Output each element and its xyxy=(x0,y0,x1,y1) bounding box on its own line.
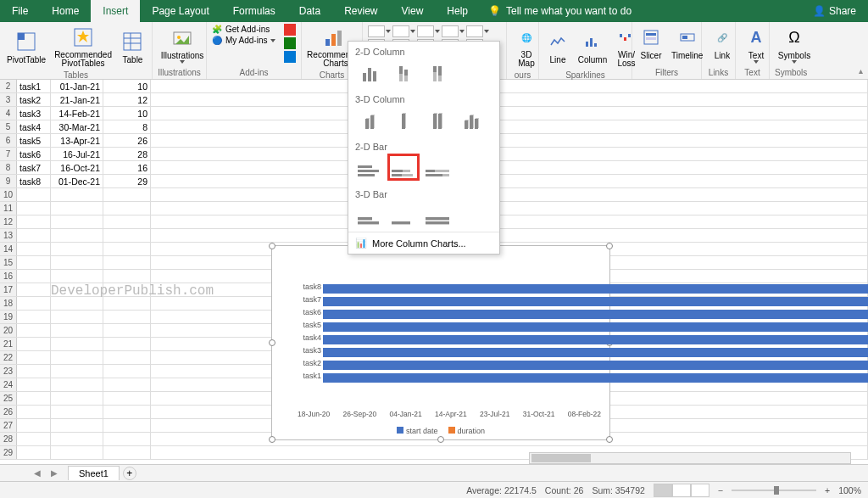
row-header[interactable]: 18 xyxy=(0,297,17,310)
cell[interactable] xyxy=(51,406,103,418)
cell[interactable] xyxy=(103,338,151,350)
sheet-nav-next[interactable]: ▶ xyxy=(51,468,58,478)
3d-stacked-column-thumb[interactable] xyxy=(389,108,418,131)
cell[interactable] xyxy=(17,433,51,445)
row-header[interactable]: 24 xyxy=(0,378,17,391)
tab-data[interactable]: Data xyxy=(287,0,332,22)
cell[interactable] xyxy=(103,446,151,459)
cell[interactable] xyxy=(17,338,51,350)
chart-bar-segment[interactable] xyxy=(323,284,868,294)
row-header[interactable]: 13 xyxy=(0,229,17,242)
sheet-tab[interactable]: Sheet1 xyxy=(68,466,120,480)
cell[interactable]: 14-Feb-21 xyxy=(51,107,103,120)
cell[interactable]: 01-Jan-21 xyxy=(51,80,103,92)
3d-100-stacked-column-thumb[interactable] xyxy=(423,108,452,131)
cell[interactable] xyxy=(17,270,51,283)
row-header[interactable]: 20 xyxy=(0,324,17,337)
tab-page-layout[interactable]: Page Layout xyxy=(140,0,220,22)
row-header[interactable]: 2 xyxy=(0,80,17,92)
link-button[interactable]: 🔗Link xyxy=(707,24,737,62)
cell[interactable] xyxy=(51,188,103,201)
cell[interactable] xyxy=(103,324,151,337)
chart-plot-area[interactable]: task8task7task6task5task4task3task2task1 xyxy=(298,280,601,406)
cell[interactable] xyxy=(51,324,103,337)
tab-insert[interactable]: Insert xyxy=(91,0,140,22)
cell[interactable]: 29 xyxy=(103,175,151,187)
row-header[interactable]: 14 xyxy=(0,243,17,255)
cell[interactable] xyxy=(151,107,868,120)
cell[interactable] xyxy=(103,202,151,215)
cell[interactable] xyxy=(151,120,868,133)
page-layout-view-button[interactable] xyxy=(672,484,691,497)
cell[interactable] xyxy=(151,188,868,201)
get-addins-button[interactable]: 🧩Get Add-ins xyxy=(212,24,281,35)
cell[interactable] xyxy=(51,215,103,228)
cell[interactable] xyxy=(103,229,151,242)
3d-clustered-bar-thumb[interactable] xyxy=(355,203,384,227)
row-header[interactable]: 17 xyxy=(0,283,17,296)
cell[interactable] xyxy=(103,270,151,283)
chart-bar-segment[interactable] xyxy=(323,373,868,383)
row-header[interactable]: 28 xyxy=(0,433,17,445)
resize-handle[interactable] xyxy=(269,243,275,249)
row-header[interactable]: 6 xyxy=(0,134,17,147)
embedded-chart[interactable]: task8task7task6task5task4task3task2task1… xyxy=(271,245,610,440)
statistic-chart-button[interactable] xyxy=(466,25,489,37)
cell[interactable] xyxy=(151,80,868,92)
visio-icon[interactable] xyxy=(284,51,296,63)
cell[interactable]: 8 xyxy=(103,120,151,133)
cell[interactable]: task2 xyxy=(17,93,51,106)
row-header[interactable]: 9 xyxy=(0,175,17,187)
cell[interactable] xyxy=(17,311,51,323)
cell[interactable] xyxy=(17,419,51,432)
cell[interactable]: task1 xyxy=(17,80,51,92)
cell[interactable]: task5 xyxy=(17,134,51,147)
cell[interactable] xyxy=(17,229,51,242)
3d-stacked-bar-thumb[interactable] xyxy=(389,203,418,227)
cell[interactable] xyxy=(51,338,103,350)
cell[interactable] xyxy=(51,283,103,296)
zoom-level[interactable]: 100% xyxy=(838,485,861,495)
cell[interactable]: task4 xyxy=(17,120,51,133)
hierarchy-chart-button[interactable] xyxy=(442,25,465,37)
cell[interactable] xyxy=(17,365,51,378)
cell[interactable] xyxy=(103,351,151,364)
cell[interactable]: 13-Apr-21 xyxy=(51,134,103,147)
cell[interactable] xyxy=(151,148,868,160)
slicer-button[interactable]: Slicer xyxy=(637,24,665,62)
row-header[interactable]: 4 xyxy=(0,107,17,120)
cell[interactable] xyxy=(51,365,103,378)
cell[interactable] xyxy=(51,243,103,255)
sheet-nav-prev[interactable]: ◀ xyxy=(34,468,41,478)
share-button[interactable]: 👤 Share xyxy=(801,0,868,22)
cell[interactable] xyxy=(103,419,151,432)
cell[interactable] xyxy=(51,311,103,323)
add-sheet-button[interactable]: + xyxy=(123,467,136,480)
row-header[interactable]: 8 xyxy=(0,161,17,174)
cell[interactable] xyxy=(17,446,51,459)
cell[interactable] xyxy=(103,406,151,418)
cell[interactable] xyxy=(51,270,103,283)
row-header[interactable]: 7 xyxy=(0,148,17,160)
cell[interactable] xyxy=(103,378,151,391)
cell[interactable] xyxy=(51,419,103,432)
100-stacked-column-thumb[interactable] xyxy=(423,60,452,84)
cell[interactable] xyxy=(17,215,51,228)
chart-bar-segment[interactable] xyxy=(323,322,868,332)
illustrations-button[interactable]: Illustrations xyxy=(158,24,207,65)
tab-review[interactable]: Review xyxy=(332,0,389,22)
resize-handle[interactable] xyxy=(269,436,275,443)
stacked-bar-thumb[interactable] xyxy=(389,155,418,179)
cell[interactable] xyxy=(103,243,151,255)
cell[interactable] xyxy=(17,243,51,255)
cell[interactable] xyxy=(51,351,103,364)
resize-handle[interactable] xyxy=(606,243,613,249)
3d-100-stacked-bar-thumb[interactable] xyxy=(423,203,452,227)
cell[interactable] xyxy=(103,256,151,269)
row-header[interactable]: 16 xyxy=(0,270,17,283)
chart-bar-segment[interactable] xyxy=(323,310,868,319)
cell[interactable] xyxy=(151,202,868,215)
pivottable-button[interactable]: PivotTable xyxy=(5,24,47,70)
cell[interactable] xyxy=(103,365,151,378)
table-button[interactable]: Table xyxy=(119,24,147,70)
